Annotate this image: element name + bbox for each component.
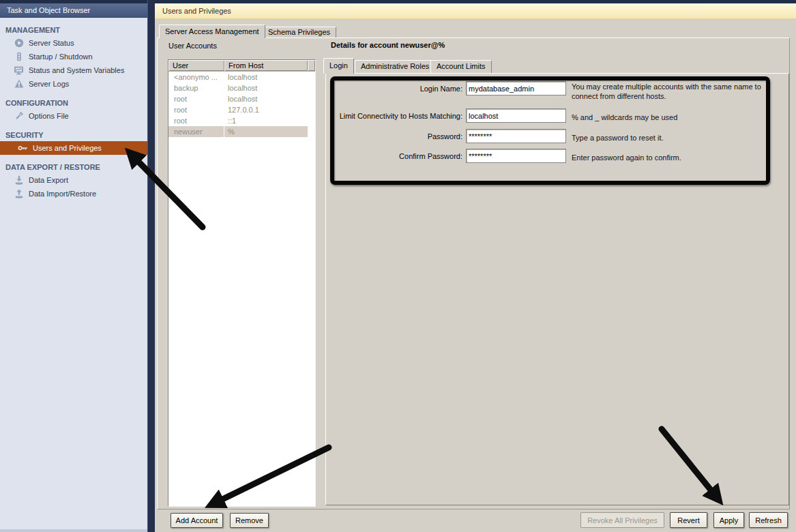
sidebar-item-status-system-variables[interactable]: Status and System Variables bbox=[0, 63, 147, 77]
sidebar-item-users-and-privileges[interactable]: Users and Privileges bbox=[0, 141, 147, 155]
table-row[interactable]: root localhost bbox=[168, 93, 315, 104]
data-export-icon bbox=[14, 175, 24, 185]
tab-login[interactable]: Login bbox=[323, 58, 354, 74]
sidebar: Task and Object Browser MANAGEMENT Serve… bbox=[0, 3, 147, 532]
remove-button[interactable]: Remove bbox=[230, 513, 269, 528]
limit-hosts-label: Limit Connectivity to Hosts Matching: bbox=[333, 112, 462, 120]
cell-user: <anonymo ... bbox=[168, 72, 224, 83]
options-file-icon bbox=[14, 111, 24, 121]
table-row[interactable]: backup localhost bbox=[168, 83, 315, 93]
sidebar-item-options-file[interactable]: Options File bbox=[0, 109, 147, 123]
page-title: Users and Privileges bbox=[155, 3, 796, 19]
table-row[interactable]: root ::1 bbox=[168, 115, 315, 126]
column-header-filler bbox=[308, 60, 315, 71]
sidebar-title: Task and Object Browser bbox=[0, 3, 147, 18]
cell-user: newuser bbox=[168, 126, 224, 137]
mysql-admin-window: { "sidebar": { "title": "Task and Object… bbox=[0, 0, 796, 532]
table-row-selected[interactable]: newuser % bbox=[168, 126, 315, 137]
section-label: MANAGEMENT bbox=[0, 24, 147, 36]
data-import-icon bbox=[14, 189, 24, 198]
sidebar-item-label: Server Status bbox=[29, 39, 74, 47]
cell-user: root bbox=[168, 104, 224, 115]
sidebar-item-data-import-restore[interactable]: Data Import/Restore bbox=[0, 187, 147, 201]
status-system-variables-icon bbox=[14, 65, 24, 75]
sidebar-section-data-export-restore: DATA EXPORT / RESTORE Data Export Data I… bbox=[0, 161, 147, 201]
cell-user: root bbox=[168, 115, 224, 126]
sidebar-item-label: Server Logs bbox=[29, 80, 69, 88]
add-account-button[interactable]: Add Account bbox=[171, 513, 223, 528]
sidebar-item-data-export[interactable]: Data Export bbox=[0, 173, 147, 187]
password-field[interactable] bbox=[466, 129, 566, 143]
revert-button[interactable]: Revert bbox=[670, 512, 707, 528]
server-logs-icon bbox=[14, 79, 24, 89]
table-row[interactable]: root 127.0.0.1 bbox=[168, 104, 315, 115]
tab-server-access-management[interactable]: Server Access Management bbox=[159, 25, 265, 38]
section-label: DATA EXPORT / RESTORE bbox=[0, 161, 147, 173]
section-label: SECURITY bbox=[0, 129, 147, 141]
sidebar-section-configuration: CONFIGURATION Options File bbox=[0, 97, 147, 123]
column-header-user[interactable]: User bbox=[168, 60, 224, 71]
section-label: CONFIGURATION bbox=[0, 97, 147, 109]
sidebar-item-label: Data Import/Restore bbox=[29, 190, 96, 198]
password-hint: Type a password to reset it. bbox=[572, 133, 780, 143]
tab-account-limits[interactable]: Account Limits bbox=[430, 60, 492, 73]
startup-shutdown-icon bbox=[14, 52, 24, 61]
login-name-hint: You may create multiple accounts with th… bbox=[572, 82, 780, 101]
tab-administrative-roles[interactable]: Administrative Roles bbox=[355, 60, 435, 73]
sidebar-item-startup-shutdown[interactable]: Startup / Shutdown bbox=[0, 50, 147, 63]
column-header-from-host[interactable]: From Host bbox=[224, 60, 308, 71]
details-title: Details for account newuser@% bbox=[331, 41, 445, 49]
cell-host: localhost bbox=[224, 83, 308, 93]
cell-host: localhost bbox=[224, 93, 308, 104]
key-icon bbox=[18, 143, 28, 153]
confirm-password-label: Confirm Password: bbox=[333, 152, 462, 160]
limit-hosts-hint: % and _ wildcards may be used bbox=[572, 113, 780, 122]
user-accounts-label: User Accounts bbox=[168, 42, 217, 50]
cell-host: ::1 bbox=[224, 115, 308, 126]
sidebar-item-server-logs[interactable]: Server Logs bbox=[0, 77, 147, 91]
sidebar-edge-divider bbox=[147, 0, 155, 532]
limit-hosts-field[interactable] bbox=[466, 108, 566, 123]
cell-user: backup bbox=[168, 83, 224, 93]
login-name-field[interactable] bbox=[466, 81, 566, 95]
server-status-icon bbox=[14, 38, 24, 48]
confirm-password-field[interactable] bbox=[466, 149, 566, 163]
tab-schema-privileges[interactable]: Schema Privileges bbox=[262, 27, 336, 38]
cell-user: root bbox=[168, 93, 224, 104]
sidebar-item-label: Users and Privileges bbox=[33, 144, 102, 152]
cell-host: 127.0.0.1 bbox=[224, 104, 308, 115]
sidebar-item-label: Startup / Shutdown bbox=[29, 53, 93, 61]
sidebar-section-management: MANAGEMENT Server Status Startup / Shutd… bbox=[0, 24, 147, 91]
user-accounts-header: User From Host bbox=[168, 60, 315, 72]
confirm-password-hint: Enter password again to confirm. bbox=[572, 153, 780, 162]
cell-host: localhost bbox=[224, 72, 308, 83]
refresh-button[interactable]: Refresh bbox=[749, 512, 788, 528]
sidebar-item-label: Data Export bbox=[29, 176, 68, 184]
login-name-label: Login Name: bbox=[333, 85, 462, 93]
sidebar-item-label: Options File bbox=[29, 112, 69, 120]
user-accounts-list[interactable]: User From Host <anonymo ... localhost ba… bbox=[168, 59, 316, 507]
apply-button[interactable]: Apply bbox=[713, 512, 744, 528]
password-label: Password: bbox=[333, 132, 462, 141]
sidebar-item-server-status[interactable]: Server Status bbox=[0, 36, 147, 50]
table-row[interactable]: <anonymo ... localhost bbox=[168, 72, 315, 83]
sidebar-item-label: Status and System Variables bbox=[29, 66, 124, 74]
sidebar-section-security: SECURITY Users and Privileges bbox=[0, 129, 147, 155]
revoke-all-privileges-button[interactable]: Revoke All Privileges bbox=[580, 512, 664, 528]
cell-host: % bbox=[224, 126, 308, 137]
